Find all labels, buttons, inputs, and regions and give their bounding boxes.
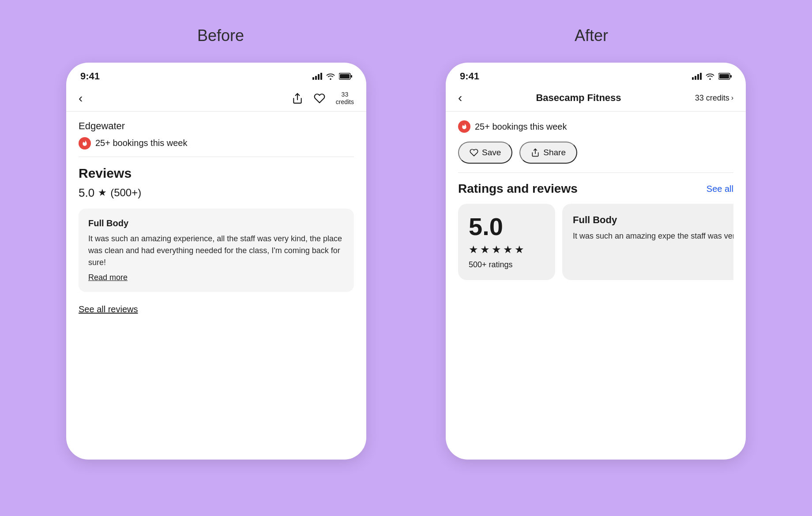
before-nav-bar: ‹ 33 credits: [66, 86, 366, 112]
after-action-buttons: Save Share: [458, 142, 733, 164]
svg-rect-10: [697, 74, 699, 80]
svg-rect-9: [695, 76, 696, 80]
star-5: ★: [515, 243, 524, 256]
before-rating-summary: 5.0 ★ (500+): [79, 186, 354, 200]
svg-rect-6: [340, 74, 350, 79]
before-heart-icon[interactable]: [314, 93, 325, 104]
star-4: ★: [503, 243, 513, 256]
battery-icon: [339, 73, 352, 80]
after-wifi-icon: [705, 73, 715, 80]
star-2: ★: [480, 243, 490, 256]
svg-rect-1: [315, 76, 317, 80]
wifi-icon: [326, 73, 335, 80]
before-label: Before: [197, 26, 244, 45]
after-bookings-text: 25+ bookings this week: [475, 122, 567, 132]
phones-row: 9:41: [35, 63, 777, 460]
before-reviews-title: Reviews: [79, 166, 354, 181]
before-see-all-reviews[interactable]: See all reviews: [79, 304, 138, 314]
star-1: ★: [469, 243, 478, 256]
before-time: 9:41: [80, 71, 100, 82]
before-location: Edgewater: [79, 120, 354, 132]
before-rating-count: (500+): [110, 187, 141, 199]
star-3: ★: [492, 243, 501, 256]
after-phone: 9:41: [446, 63, 746, 460]
after-label: After: [575, 26, 608, 45]
after-review-text: It was such an amazing expe the staff wa…: [573, 230, 733, 242]
before-bookings-row: 25+ bookings this week: [79, 137, 354, 150]
after-credits-chevron: ›: [731, 94, 733, 102]
after-big-rating: 5.0: [469, 214, 545, 239]
after-stars-row: ★ ★ ★ ★ ★: [469, 243, 545, 256]
after-credits[interactable]: 33 credits ›: [695, 93, 733, 103]
before-phone: 9:41: [66, 63, 366, 460]
after-ratings-count: 500+ ratings: [469, 260, 545, 269]
before-review-category: Full Body: [88, 218, 344, 228]
svg-rect-5: [351, 75, 352, 78]
after-nav-bar: ‹ Basecamp Fitness 33 credits ›: [446, 86, 746, 112]
svg-rect-14: [719, 74, 729, 79]
after-review-category: Full Body: [573, 214, 733, 226]
labels-row: Before After: [35, 26, 777, 45]
svg-rect-11: [700, 73, 702, 80]
svg-rect-2: [318, 74, 320, 80]
svg-rect-0: [312, 77, 314, 80]
signal-icon: [312, 73, 322, 80]
after-divider: [458, 172, 733, 173]
after-bookings-row: 25+ bookings this week: [458, 120, 733, 133]
before-back-button[interactable]: ‹: [79, 91, 83, 105]
before-nav-actions: 33 credits: [292, 91, 354, 106]
before-read-more[interactable]: Read more: [88, 273, 128, 282]
before-credits: 33 credits: [336, 91, 354, 106]
svg-rect-13: [730, 75, 732, 78]
before-review-card: Full Body It was such an amazing experie…: [79, 209, 354, 292]
save-button[interactable]: Save: [458, 142, 512, 164]
share-icon: [531, 148, 540, 157]
before-status-bar: 9:41: [66, 63, 366, 86]
before-content: Edgewater 25+ bookings this week Reviews…: [66, 112, 366, 323]
before-review-text: It was such an amazing experience, all t…: [88, 233, 344, 269]
after-nav-title: Basecamp Fitness: [536, 92, 621, 104]
svg-rect-8: [692, 77, 694, 80]
share-button[interactable]: Share: [519, 142, 577, 164]
before-bookings-text: 25+ bookings this week: [95, 138, 187, 148]
after-ratings-title: Ratings and reviews: [458, 182, 578, 196]
after-ratings-cards: 5.0 ★ ★ ★ ★ ★ 500+ ratings Full Body It …: [458, 204, 733, 280]
before-share-icon[interactable]: [292, 93, 303, 104]
after-back-button[interactable]: ‹: [458, 91, 462, 105]
before-fire-badge: [79, 137, 91, 150]
after-fire-badge: [458, 120, 470, 133]
before-divider: [79, 157, 354, 157]
after-rating-card: 5.0 ★ ★ ★ ★ ★ 500+ ratings: [458, 204, 555, 280]
save-label: Save: [482, 148, 501, 157]
after-status-bar: 9:41: [446, 63, 746, 86]
before-rating-number: 5.0: [79, 186, 94, 200]
after-signal-icon: [692, 73, 702, 80]
after-status-icons: [692, 73, 732, 80]
after-time: 9:41: [460, 71, 479, 82]
svg-rect-3: [320, 73, 322, 80]
after-content: 25+ bookings this week Save Share: [446, 112, 746, 289]
share-label: Share: [543, 148, 566, 157]
before-star-icon: ★: [98, 187, 107, 198]
save-heart-icon: [470, 148, 478, 157]
after-ratings-header: Ratings and reviews See all: [458, 182, 733, 196]
before-status-icons: [312, 73, 352, 80]
after-see-all[interactable]: See all: [707, 184, 733, 194]
after-review-card: Full Body It was such an amazing expe th…: [562, 204, 733, 280]
after-battery-icon: [718, 73, 732, 80]
